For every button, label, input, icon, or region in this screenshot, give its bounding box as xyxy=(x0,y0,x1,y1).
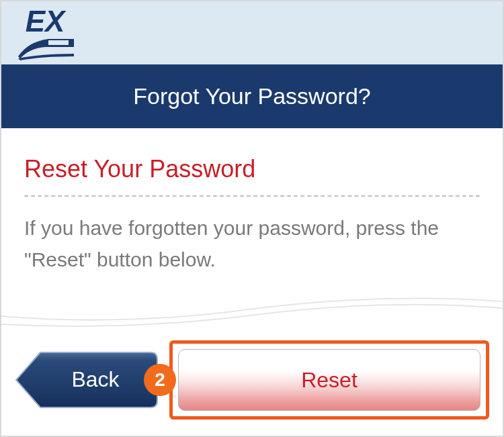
button-row: Back 2 Reset xyxy=(1,330,503,436)
step-badge: 2 xyxy=(144,364,176,396)
reset-button[interactable]: Reset xyxy=(178,349,480,411)
page-title: Forgot Your Password? xyxy=(133,83,370,109)
step-number: 2 xyxy=(155,369,165,391)
wave-divider xyxy=(1,296,503,330)
content-description: If you have forgotten your password, pre… xyxy=(24,213,480,275)
back-button[interactable]: Back 2 xyxy=(12,350,160,410)
logo-text: EX xyxy=(26,7,65,36)
train-icon xyxy=(15,35,75,62)
back-button-label: Back xyxy=(71,367,119,392)
content-area: Reset Your Password If you have forgotte… xyxy=(1,128,503,289)
divider xyxy=(24,195,480,197)
logo-bar: EX xyxy=(1,1,503,64)
app-logo: EX xyxy=(15,7,75,62)
content-subtitle: Reset Your Password xyxy=(24,155,480,183)
reset-button-label: Reset xyxy=(301,368,358,393)
page-title-bar: Forgot Your Password? xyxy=(1,64,503,128)
app-container: EX Forgot Your Password? Reset Your Pass… xyxy=(0,0,504,437)
reset-highlight-box: Reset xyxy=(169,340,489,420)
